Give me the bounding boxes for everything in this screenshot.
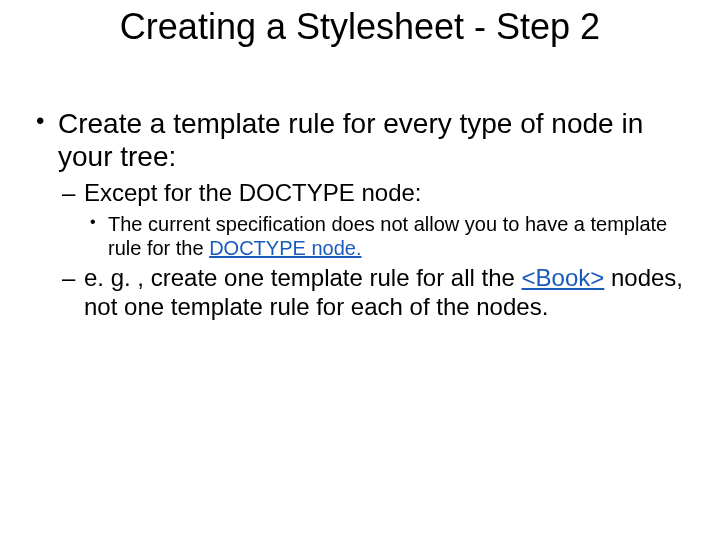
bullet-text-part: e. g. , create one template rule for all… (84, 264, 522, 291)
bullet-list-level2: Except for the DOCTYPE node: The current… (58, 179, 690, 321)
bullet-text: Create a template rule for every type of… (58, 108, 643, 172)
list-item: Create a template rule for every type of… (30, 107, 690, 321)
book-link[interactable]: <Book> (522, 264, 605, 291)
bullet-text: Except for the DOCTYPE node: (84, 179, 422, 206)
list-item: e. g. , create one template rule for all… (58, 264, 690, 322)
slide-body: Create a template rule for every type of… (0, 47, 720, 321)
doctype-link[interactable]: DOCTYPE node. (209, 237, 361, 259)
page-title: Creating a Stylesheet - Step 2 (0, 0, 720, 47)
bullet-list-level3: The current specification does not allow… (84, 212, 690, 260)
bullet-list-level1: Create a template rule for every type of… (30, 107, 690, 321)
slide: Creating a Stylesheet - Step 2 Create a … (0, 0, 720, 540)
list-item: The current specification does not allow… (84, 212, 690, 260)
bullet-text-part: The current specification does not allow… (108, 213, 667, 259)
list-item: Except for the DOCTYPE node: The current… (58, 179, 690, 260)
